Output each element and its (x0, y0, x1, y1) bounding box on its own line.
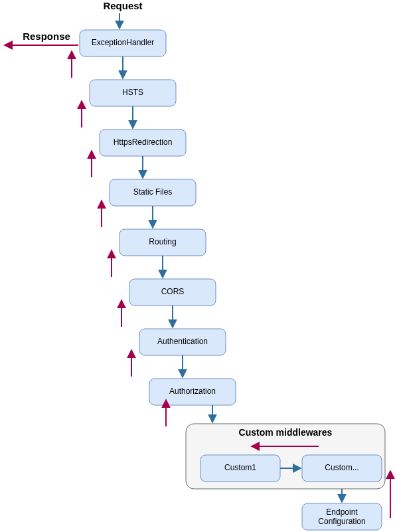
node-custom-more-label: Custom... (325, 463, 358, 472)
node-https-redirection-label: HttpsRedirection (114, 137, 173, 147)
middleware-pipeline-diagram: Request Response ExceptionHandler HSTS H… (0, 0, 397, 532)
node-authorization-label: Authorization (169, 387, 216, 396)
node-endpoint-label-l1: Endpoint (326, 507, 358, 517)
node-hsts-label: HSTS (122, 88, 143, 97)
node-cors-label: CORS (161, 287, 185, 296)
request-label: Request (103, 0, 142, 11)
node-endpoint-label-l2: Configuration (318, 517, 365, 526)
node-custom1-label: Custom1 (224, 463, 256, 472)
response-label: Response (23, 31, 70, 42)
node-static-files-label: Static Files (133, 187, 173, 197)
node-exception-handler-label: ExceptionHandler (92, 38, 155, 47)
node-routing-label: Routing (149, 237, 176, 246)
node-authentication-label: Authentication (157, 337, 208, 346)
custom-middlewares-title: Custom middlewares (239, 427, 333, 438)
